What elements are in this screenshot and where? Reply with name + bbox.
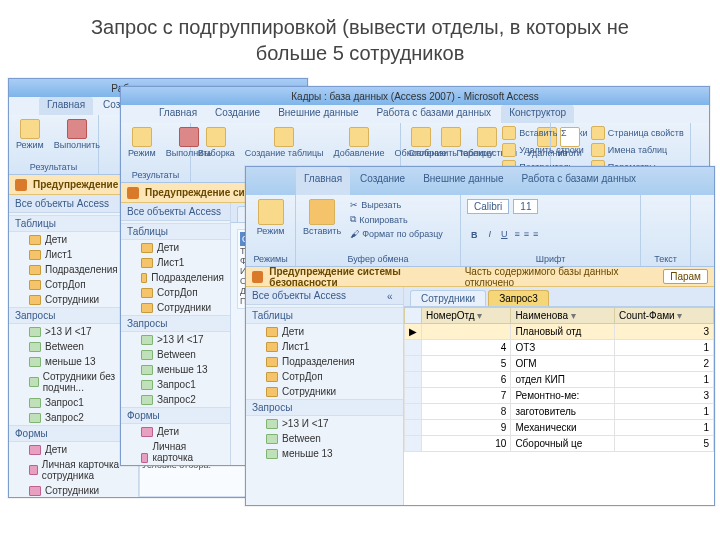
back1-group-queries[interactable]: Запросы [9,307,138,324]
nav-item-list1[interactable]: Лист1 [246,339,403,354]
nav-item[interactable]: Подразделения [9,262,138,277]
result-grid[interactable]: НомерОтд ▾ Наименова ▾ Count-Фами ▾ ▶Пла… [404,307,714,505]
cell-id[interactable]: 10 [422,436,511,452]
nav-item[interactable]: Дети [9,442,138,457]
nav-item-sotrudniki[interactable]: Сотрудники [246,384,403,399]
nav-item[interactable]: Сотрудники без подчин... [9,369,138,395]
tab-design[interactable]: Конструктор [501,105,574,123]
nav-item-query-between[interactable]: Between [246,431,403,446]
front-tab-external[interactable]: Внешние данные [415,167,511,195]
front-security-options-button[interactable]: Парам [663,269,708,284]
cell-name[interactable]: Плановый отд [511,324,615,340]
tab-home[interactable]: Главная [151,105,205,123]
col-nomerotd[interactable]: НомерОтд ▾ [422,308,511,324]
nav-item[interactable]: Дети [121,240,230,255]
nav-item[interactable]: СотрДоп [9,277,138,292]
row-header[interactable]: ▶ [405,324,422,340]
nav-item[interactable]: меньше 13 [9,354,138,369]
row-header[interactable] [405,388,422,404]
cell-name[interactable]: Ремонтно-ме: [511,388,615,404]
nav-item[interactable]: >13 И <17 [121,332,230,347]
row-header[interactable] [405,436,422,452]
nav-item-podrazdeleniya[interactable]: Подразделения [246,354,403,369]
table-row[interactable]: 7Ремонтно-ме:3 [405,388,714,404]
cell-id[interactable]: 7 [422,388,511,404]
front-tab-create[interactable]: Создание [352,167,413,195]
nav-item[interactable]: Between [9,339,138,354]
cell-id[interactable] [422,324,511,340]
row-header[interactable] [405,356,422,372]
front-tab-home[interactable]: Главная [296,167,350,195]
col-naimenov[interactable]: Наименова ▾ [511,308,615,324]
cell-id[interactable]: 6 [422,372,511,388]
cell-name[interactable]: ОТЗ [511,340,615,356]
align-right-button[interactable]: ≡ [533,229,538,241]
front-tables-group[interactable]: Таблицы [246,307,403,324]
tab-external[interactable]: Внешние данные [270,105,366,123]
tab-create[interactable]: Создание [207,105,268,123]
mode-button[interactable]: Режим [125,125,159,160]
cell-name[interactable]: заготовитель [511,404,615,420]
formatpainter-button[interactable]: 🖌Формат по образцу [344,228,449,240]
nav-item[interactable]: >13 И <17 [9,324,138,339]
cell-count[interactable]: 1 [615,420,714,436]
col-countfami[interactable]: Count-Фами ▾ [615,308,714,324]
nav-item[interactable]: Запрос1 [9,395,138,410]
row-header-corner[interactable] [405,308,422,324]
table-row[interactable]: 10Сборочный це5 [405,436,714,452]
nav-item-query-less13[interactable]: меньше 13 [246,446,403,461]
back2-group-tables[interactable]: Таблицы [121,223,230,240]
align-center-button[interactable]: ≡ [524,229,529,241]
row-header[interactable] [405,404,422,420]
tab-dbtools[interactable]: Работа с базами данных [369,105,500,123]
front-mode-button[interactable]: Режим [250,197,291,238]
select-button[interactable]: Выборка [195,125,238,160]
cut-button[interactable]: ✂Вырезать [344,199,449,211]
front-doctab-zapros3[interactable]: Запрос3 [488,290,549,306]
cell-count[interactable]: 1 [615,340,714,356]
nav-item[interactable]: Лист1 [9,247,138,262]
cell-name[interactable]: отдел КИП [511,372,615,388]
underline-button[interactable]: U [498,229,511,241]
cell-count[interactable]: 1 [615,372,714,388]
back2-group-queries[interactable]: Запросы [121,315,230,332]
back1-group-tables[interactable]: Таблицы [9,215,138,232]
bold-button[interactable]: B [467,229,482,241]
row-header[interactable] [405,340,422,356]
nav-item[interactable]: Дети [9,232,138,247]
nav-item[interactable]: Дети [121,424,230,439]
nav-item[interactable]: Подразделения [121,270,230,285]
cell-count[interactable]: 3 [615,388,714,404]
nav-item[interactable]: Between [121,347,230,362]
chevron-left-icon[interactable] [387,291,397,301]
nav-item[interactable]: Сотрудники [9,292,138,307]
dropdown-icon[interactable]: ▾ [477,310,482,321]
back2-group-forms[interactable]: Формы [121,407,230,424]
table-row[interactable]: 5ОГМ2 [405,356,714,372]
back1-mode-button[interactable]: Режим [13,117,47,152]
front-nav-header[interactable]: Все объекты Access [246,287,403,305]
font-size-combo[interactable]: 11 [513,199,538,214]
maketable-button[interactable]: Создание таблицы [242,125,327,160]
table-row[interactable]: 6отдел КИП1 [405,372,714,388]
table-row[interactable]: 9Механически1 [405,420,714,436]
paste-button[interactable]: Вставить [300,197,344,240]
cell-id[interactable]: 8 [422,404,511,420]
front-doctab-sotrudniki[interactable]: Сотрудники [410,290,486,306]
align-left-button[interactable]: ≡ [515,229,520,241]
table-row[interactable]: 8заготовитель1 [405,404,714,420]
cell-count[interactable]: 1 [615,404,714,420]
nav-item-sotrdop[interactable]: СотрДоп [246,369,403,384]
copy-button[interactable]: ⧉Копировать [344,213,449,226]
nav-item[interactable]: меньше 13 [121,362,230,377]
back1-tab-home[interactable]: Главная [39,97,93,115]
cell-id[interactable]: 9 [422,420,511,436]
cell-id[interactable]: 5 [422,356,511,372]
nav-item[interactable]: СотрДоп [121,285,230,300]
cell-name[interactable]: ОГМ [511,356,615,372]
cell-id[interactable]: 4 [422,340,511,356]
back1-run-button[interactable]: Выполнить [51,117,103,152]
cell-name[interactable]: Механически [511,420,615,436]
tablenames-button[interactable]: Имена таблиц [585,142,690,158]
back2-nav-header[interactable]: Все объекты Access [121,203,230,221]
